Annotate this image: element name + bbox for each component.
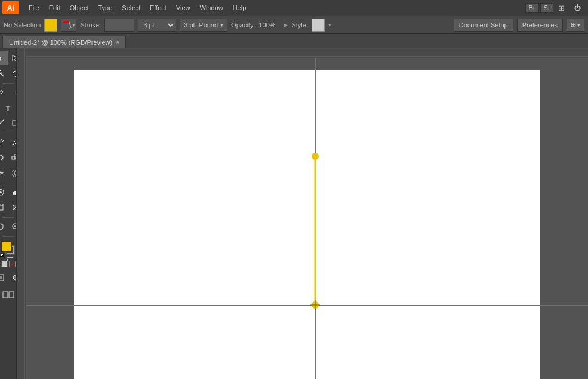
pen-icon	[0, 88, 5, 97]
svg-point-16	[0, 189, 1, 190]
menu-select[interactable]: Select	[117, 3, 145, 13]
warp-btn[interactable]	[0, 166, 8, 180]
menu-bar: Ai File Edit Object Type Select Effect V…	[0, 0, 588, 16]
artboards-panel-btn[interactable]	[1, 288, 16, 302]
svg-line-2	[1, 73, 4, 76]
menu-window[interactable]: Window	[195, 3, 228, 13]
paintbrush-icon	[0, 138, 5, 146]
artboard-btn[interactable]	[0, 201, 8, 215]
line-segment-btn[interactable]	[0, 116, 8, 130]
menu-object[interactable]: Object	[65, 3, 94, 13]
options-bar: No Selection ▾ Stroke: 0.25 pt 0.5 pt 1 …	[0, 16, 588, 34]
fill-color-swatch[interactable]	[44, 19, 57, 32]
swap-colors-icon[interactable]	[0, 253, 5, 258]
stroke-color-swatch[interactable]	[104, 19, 134, 32]
svg-rect-36	[26, 48, 588, 58]
hand-tool-btn[interactable]	[0, 220, 8, 234]
canvas-area[interactable]	[17, 48, 588, 379]
screen-mode-btn[interactable]	[0, 270, 8, 285]
zoom-tool-btn[interactable]	[8, 220, 17, 234]
svg-rect-17	[13, 192, 14, 195]
style-label: Style:	[291, 21, 308, 29]
tab-bar: Untitled-2* @ 100% (RGB/Preview) ×	[0, 34, 588, 48]
svg-point-15	[0, 191, 2, 193]
free-transform-icon	[11, 169, 17, 177]
svg-line-1	[69, 22, 71, 28]
scale-icon	[11, 153, 17, 162]
svg-rect-31	[0, 276, 2, 279]
svg-rect-34	[3, 292, 8, 298]
main-layout: + T	[0, 48, 588, 379]
pen-tool-btn[interactable]	[0, 85, 8, 100]
pencil-btn[interactable]	[8, 135, 17, 149]
lasso-tool-btn[interactable]	[8, 66, 17, 81]
tab-close-btn[interactable]: ×	[116, 39, 119, 45]
svg-rect-21	[0, 205, 3, 210]
magic-wand-icon	[0, 69, 5, 78]
paintbrush-btn[interactable]	[0, 135, 8, 149]
menu-type[interactable]: Type	[94, 3, 118, 13]
graph-btn[interactable]	[8, 185, 17, 199]
document-setup-btn[interactable]: Document Setup	[454, 19, 513, 32]
stock-btn[interactable]: St	[540, 3, 553, 13]
type-tool-btn[interactable]: T	[1, 101, 16, 115]
opacity-label: Opacity:	[231, 21, 255, 29]
stroke-size-select[interactable]: 0.25 pt 0.5 pt 1 pt 3 pt 5 pt	[138, 19, 176, 32]
symbol-icon	[0, 188, 5, 196]
svg-rect-38	[17, 48, 26, 379]
menu-view[interactable]: View	[171, 3, 195, 13]
opacity-value: 100%	[258, 21, 280, 29]
direct-selection-tool-btn[interactable]	[8, 51, 17, 65]
ruler-top	[26, 48, 588, 58]
magic-wand-btn[interactable]	[0, 66, 8, 81]
slice-icon	[11, 204, 17, 212]
bridge-btn[interactable]: Br	[525, 3, 539, 13]
hand-icon	[0, 223, 5, 231]
selection-tool-btn[interactable]	[0, 51, 8, 65]
stroke-cap-btn[interactable]: 3 pt. Round	[180, 19, 227, 32]
brush-icon	[63, 20, 72, 30]
menu-edit[interactable]: Edit	[44, 3, 65, 13]
rotate-btn[interactable]	[0, 150, 8, 165]
svg-rect-18	[14, 191, 16, 195]
svg-line-7	[0, 120, 4, 126]
menu-help[interactable]: Help	[228, 3, 251, 13]
arrange-btn[interactable]: ⊞ ▾	[567, 19, 584, 32]
horizontal-guide	[26, 305, 588, 306]
none-mode-btn[interactable]	[9, 261, 16, 267]
free-transform-btn[interactable]	[8, 166, 17, 180]
brush-options-btn[interactable]: ▾	[61, 19, 76, 32]
style-swatch[interactable]	[312, 19, 325, 32]
menu-file[interactable]: File	[24, 3, 44, 13]
svg-rect-0	[63, 21, 69, 23]
artboard	[74, 70, 540, 379]
rotate-icon	[0, 153, 5, 162]
rect-tool-btn[interactable]	[8, 116, 17, 130]
fill-swatch[interactable]	[1, 241, 12, 252]
symbol-btn[interactable]	[0, 185, 8, 199]
stroke-label: Stroke:	[80, 21, 101, 29]
document-tab[interactable]: Untitled-2* @ 100% (RGB/Preview) ×	[2, 36, 126, 48]
rect-icon	[11, 119, 17, 127]
line-segment-icon	[0, 119, 5, 127]
power-btn[interactable]: ⏻	[569, 3, 586, 13]
scale-btn[interactable]	[8, 150, 17, 165]
svg-point-3	[0, 70, 1, 74]
workspace-btn[interactable]: ⊞	[553, 2, 569, 14]
artboards-icon	[2, 290, 14, 300]
canvas-content[interactable]	[26, 58, 588, 379]
selection-label: No Selection	[4, 21, 41, 29]
drawing-mode-icon	[12, 274, 17, 281]
drawing-mode-btn[interactable]	[8, 270, 17, 285]
selection-tool-icon	[0, 54, 5, 62]
direct-selection-icon	[11, 54, 17, 62]
type-icon: T	[6, 104, 11, 113]
anchor-tool-btn[interactable]: +	[8, 85, 17, 100]
style-arrow[interactable]: ▾	[328, 22, 331, 28]
preferences-btn[interactable]: Preferences	[517, 19, 563, 32]
menu-effect[interactable]: Effect	[145, 3, 171, 13]
lasso-icon	[11, 69, 17, 78]
svg-line-6	[0, 91, 2, 93]
slice-btn[interactable]	[8, 201, 17, 215]
opacity-arrow[interactable]: ▶	[284, 22, 288, 28]
